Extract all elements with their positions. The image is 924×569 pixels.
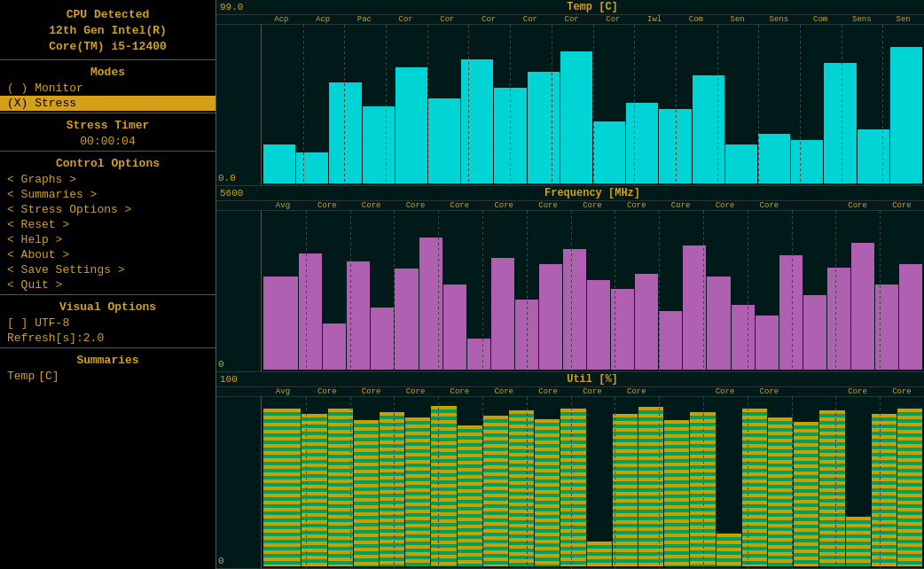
- menu-graphs[interactable]: < Graphs >: [0, 172, 215, 187]
- bar-freq-c12b: [851, 243, 874, 370]
- bar-temp-6: [428, 98, 460, 183]
- menu-save-settings[interactable]: < Save Settings >: [0, 262, 215, 277]
- util-range-max: 100: [220, 374, 264, 385]
- control-options-label: Control Options: [0, 153, 215, 172]
- temp-summary-label: Temp: [7, 370, 35, 383]
- temp-min-label: 0.0: [216, 25, 261, 185]
- bar-util-c3a: [405, 417, 430, 566]
- freq-min-label: 0: [216, 211, 261, 371]
- util-panel: 100 Util [%] Avg Core Core Core Core Cor…: [216, 372, 924, 569]
- bar-util-c2b: [380, 412, 404, 566]
- bar-util-c2a: [354, 420, 379, 566]
- bar-freq-c12a: [827, 268, 850, 370]
- bar-freq-c2b: [371, 308, 394, 370]
- bar-temp-19: [857, 129, 889, 183]
- bar-temp-3: [329, 82, 361, 183]
- cpu-name-line1: 12th Gen Intel(R): [0, 23, 215, 39]
- bar-temp-11: [593, 121, 625, 183]
- mode-monitor[interactable]: ( ) Monitor: [0, 81, 215, 96]
- freq-col-labels: Avg Core Core Core Core Core Core Core C…: [216, 201, 924, 211]
- bar-freq-c4b: [467, 339, 490, 370]
- bar-temp-9: [528, 72, 560, 183]
- menu-quit[interactable]: < Quit >: [0, 277, 215, 292]
- bar-temp-1: [263, 144, 295, 183]
- bar-freq-c5a: [491, 258, 514, 370]
- modes-label: Modes: [0, 62, 215, 81]
- bar-util-c6b: [587, 542, 612, 566]
- bar-freq-c3a: [395, 269, 418, 370]
- temp-summary-unit: [C]: [38, 370, 59, 383]
- util-panel-header: 100 Util [%]: [216, 372, 924, 387]
- bar-util-avg: [263, 409, 301, 566]
- util-min-label: 0: [216, 397, 261, 568]
- bar-freq-c6b: [563, 249, 586, 370]
- bar-freq-c10a: [732, 305, 755, 370]
- bar-util-c10a: [768, 417, 793, 566]
- util-col-labels: Avg Core Core Core Core Core Core Core C…: [216, 387, 924, 397]
- menu-about[interactable]: < About >: [0, 247, 215, 262]
- bar-util-c9b: [742, 409, 767, 566]
- visual-options-label: Visual Options: [0, 297, 215, 316]
- bar-freq-avg: [263, 277, 298, 370]
- bar-temp-10: [560, 51, 592, 183]
- bar-temp-15: [725, 144, 757, 183]
- bar-temp-4: [363, 106, 395, 184]
- freq-bars-area: [261, 211, 924, 371]
- temp-col-labels: Acp Acp Pac Cor Cor Cor Cor Cor Cor Iwl …: [216, 15, 924, 25]
- main-charts: 99.0 Temp [C] Acp Acp Pac Cor Cor Cor Co…: [216, 0, 924, 569]
- util-chart-title: Util [%]: [264, 373, 920, 386]
- mode-stress[interactable]: (X) Stress: [0, 96, 215, 111]
- menu-summaries[interactable]: < Summaries >: [0, 187, 215, 202]
- freq-panel: 5600 Frequency [MHz] Avg Core Core Core …: [216, 186, 924, 372]
- freq-chart-body: 0: [216, 211, 924, 371]
- freq-chart-title: Frequency [MHz]: [264, 187, 920, 199]
- bar-freq-c9b: [707, 277, 730, 370]
- bar-util-c1b: [328, 409, 353, 566]
- bar-temp-20: [890, 47, 922, 183]
- bar-util-c12a: [872, 414, 897, 566]
- utf8-option[interactable]: [ ] UTF-8: [0, 316, 215, 331]
- bar-util-c12b: [897, 409, 922, 566]
- bar-util-c5a: [509, 410, 534, 566]
- stress-timer-label: Stress Timer: [0, 115, 215, 134]
- summaries-label: Summaries: [0, 350, 215, 369]
- bar-util-c8a: [664, 420, 689, 566]
- bar-util-c4a: [458, 425, 482, 566]
- temp-bars-area: [261, 25, 924, 185]
- sidebar: CPU Detected 12th Gen Intel(R) Core(TM) …: [0, 0, 216, 569]
- bar-temp-17: [791, 140, 823, 183]
- freq-range-max: 5600: [220, 188, 264, 199]
- bar-temp-18: [824, 63, 856, 184]
- cpu-detected-section: CPU Detected 12th Gen Intel(R) Core(TM) …: [0, 4, 215, 58]
- temp-panel-header: 99.0 Temp [C]: [216, 0, 924, 15]
- bar-temp-14: [693, 75, 724, 184]
- bar-util-c11b: [846, 517, 871, 566]
- menu-reset[interactable]: < Reset >: [0, 217, 215, 232]
- menu-stress-options[interactable]: < Stress Options >: [0, 202, 215, 217]
- cpu-detected-label: CPU Detected: [0, 7, 215, 23]
- bar-freq-c13a: [875, 284, 898, 370]
- freq-panel-header: 5600 Frequency [MHz]: [216, 186, 924, 201]
- bar-freq-c4a: [443, 284, 466, 370]
- bar-util-c10b: [794, 422, 818, 566]
- bar-freq-c1a: [299, 253, 322, 370]
- bar-freq-c10b: [756, 316, 779, 370]
- bar-util-c11a: [819, 410, 844, 566]
- bar-freq-c6a: [539, 264, 562, 370]
- bar-temp-16: [758, 134, 790, 183]
- refresh-option: Refresh[s]:2.0: [0, 331, 215, 346]
- bar-temp-12: [626, 103, 658, 183]
- menu-help[interactable]: < Help >: [0, 232, 215, 247]
- stress-timer-value: 00:00:04: [0, 134, 215, 149]
- bar-util-c9a: [716, 534, 741, 566]
- bar-util-c4b: [483, 416, 508, 566]
- temp-range-max: 99.0: [220, 2, 264, 12]
- bar-freq-c11b: [803, 295, 826, 370]
- temp-chart-body: 0.0: [216, 25, 924, 185]
- temp-panel: 99.0 Temp [C] Acp Acp Pac Cor Cor Cor Co…: [216, 0, 924, 186]
- bar-util-c6a: [560, 409, 585, 566]
- bar-temp-5: [395, 67, 427, 183]
- bar-freq-c8b: [659, 311, 682, 370]
- bar-freq-c1b: [323, 323, 346, 370]
- temp-summary-row: Temp [C]: [0, 369, 215, 384]
